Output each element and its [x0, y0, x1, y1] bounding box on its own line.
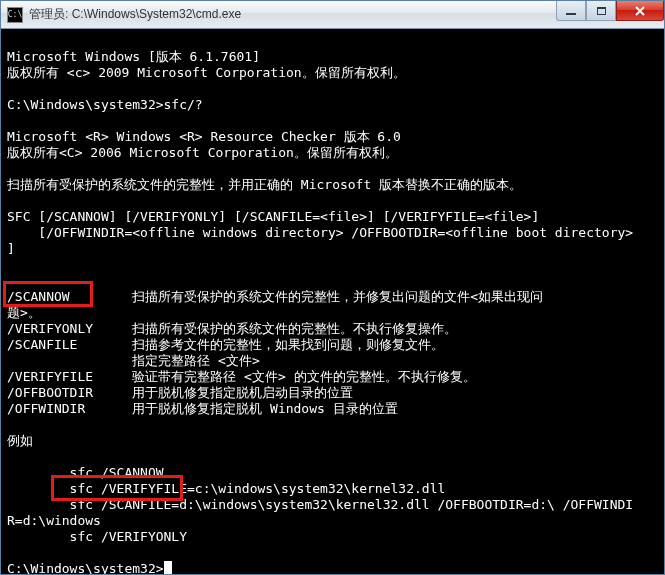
output-line: sfc /VERIFYFILE=c:\windows\system32\kern… — [7, 481, 445, 496]
cmd-icon: C:\ — [7, 7, 23, 23]
prompt-line: C:\Windows\system32>sfc/? — [7, 97, 203, 112]
close-icon — [634, 5, 646, 17]
output-line: [/OFFWINDIR=<offline windows directory> … — [7, 225, 633, 240]
terminal-output[interactable]: Microsoft Windows [版本 6.1.7601] 版权所有 <c>… — [1, 29, 664, 574]
window-controls — [556, 1, 664, 21]
output-line: sfc /SCANNOW — [7, 465, 164, 480]
minimize-icon — [566, 13, 576, 15]
cursor — [164, 561, 172, 574]
output-line: sfc /VERIFYONLY — [7, 529, 187, 544]
output-line: 指定完整路径 <文件> — [7, 353, 260, 368]
output-line: /OFFBOOTDIR 用于脱机修复指定脱机启动目录的位置 — [7, 385, 353, 400]
output-line: /VERIFYFILE 验证带有完整路径 <文件> 的文件的完整性。不执行修复。 — [7, 369, 476, 384]
output-line: 题>。 — [7, 305, 41, 320]
output-line: Microsoft Windows [版本 6.1.7601] — [7, 49, 260, 64]
cmd-window: C:\ 管理员: C:\Windows\System32\cmd.exe Mic… — [0, 0, 665, 575]
minimize-button[interactable] — [556, 1, 586, 21]
output-line: R=d:\windows — [7, 513, 101, 528]
output-line: /SCANFILE 扫描参考文件的完整性，如果找到问题，则修复文件。 — [7, 337, 444, 352]
prompt-line: C:\Windows\system32> — [7, 561, 164, 574]
titlebar[interactable]: C:\ 管理员: C:\Windows\System32\cmd.exe — [1, 1, 664, 29]
maximize-button[interactable] — [586, 1, 616, 21]
output-line: 版权所有 <c> 2009 Microsoft Corporation。保留所有… — [7, 65, 406, 80]
window-title: 管理员: C:\Windows\System32\cmd.exe — [29, 6, 241, 23]
output-line: sfc /SCANFILE=d:\windows\system32\kernel… — [7, 497, 633, 512]
close-button[interactable] — [616, 1, 664, 21]
output-line: ] — [7, 241, 15, 256]
output-line: 版权所有<C> 2006 Microsoft Corporation。保留所有权… — [7, 145, 398, 160]
output-line: 扫描所有受保护的系统文件的完整性，并用正确的 Microsoft 版本替换不正确… — [7, 177, 522, 192]
output-line: SFC [/SCANNOW] [/VERIFYONLY] [/SCANFILE=… — [7, 209, 539, 224]
output-line: 例如 — [7, 433, 33, 448]
output-line: Microsoft <R> Windows <R> Resource Check… — [7, 129, 401, 144]
output-line: /VERIFYONLY 扫描所有受保护的系统文件的完整性。不执行修复操作。 — [7, 321, 457, 336]
output-line: /SCANNOW 扫描所有受保护的系统文件的完整性，并修复出问题的文件<如果出现… — [7, 289, 543, 304]
maximize-icon — [597, 7, 606, 15]
output-line: /OFFWINDIR 用于脱机修复指定脱机 Windows 目录的位置 — [7, 401, 398, 416]
